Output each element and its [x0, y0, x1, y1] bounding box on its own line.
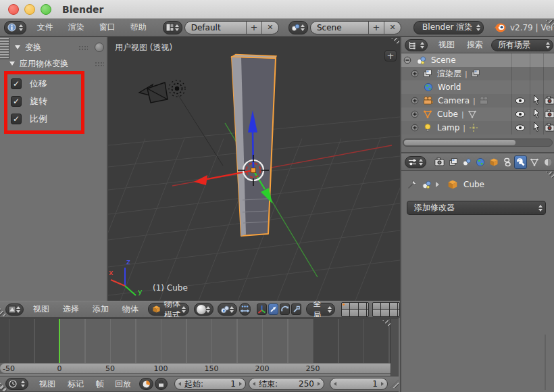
- menu-file[interactable]: 文件: [37, 22, 53, 33]
- info-editor-type-button[interactable]: [4, 21, 26, 34]
- outliner-label-lamp[interactable]: Lamp: [437, 123, 459, 132]
- open-properties-region-button[interactable]: +: [384, 50, 397, 62]
- outliner-label-scene[interactable]: Scene: [431, 55, 456, 65]
- screen-layout-value[interactable]: Default: [185, 22, 246, 34]
- decrement-arrow-icon[interactable]: [334, 382, 336, 386]
- properties-scrollbar[interactable]: [545, 335, 546, 390]
- selectable-cursor-icon[interactable]: [532, 95, 540, 105]
- layer-cell[interactable]: [359, 303, 366, 310]
- frame-end-field[interactable]: 结束: 250: [249, 378, 324, 390]
- layer-cell[interactable]: [381, 303, 388, 310]
- panel-transform-header[interactable]: 变换: [15, 41, 104, 53]
- tool-shelf-tabs-icon[interactable]: [0, 38, 9, 59]
- expand-plus-icon[interactable]: [411, 110, 419, 118]
- selectable-cursor-icon[interactable]: [532, 108, 540, 119]
- layer-cell[interactable]: [342, 310, 349, 316]
- outliner-row-world[interactable]: World: [401, 80, 554, 94]
- render-engine-dropdown[interactable]: Blender 渲染: [413, 21, 484, 34]
- layer-cell[interactable]: [373, 303, 380, 310]
- renderability-camera-icon[interactable]: [545, 96, 554, 105]
- layer-cell[interactable]: [373, 310, 380, 316]
- timeline-menu-frame[interactable]: 帧: [96, 378, 104, 390]
- menu-render[interactable]: 渲染: [68, 22, 84, 33]
- window-close-button[interactable]: [8, 4, 19, 15]
- screen-layout-icon-button[interactable]: [163, 21, 182, 34]
- layer-cell[interactable]: [359, 310, 366, 316]
- timeline-header-resize-grip[interactable]: [391, 380, 399, 388]
- outliner-row-scene[interactable]: Scene: [401, 53, 554, 67]
- view3d-menu-add[interactable]: 添加: [93, 303, 109, 315]
- tab-object-data[interactable]: [528, 155, 540, 169]
- window-maximize-button[interactable]: [41, 4, 51, 15]
- timeline-editor-type-button[interactable]: [5, 378, 28, 390]
- window-minimize-button[interactable]: [24, 4, 35, 15]
- breadcrumb-object-name[interactable]: Cube: [463, 180, 484, 189]
- outliner-menu-search[interactable]: 搜索: [467, 39, 483, 51]
- current-frame-field[interactable]: 1: [330, 378, 388, 390]
- scene-add-button[interactable]: +: [368, 22, 384, 34]
- viewport-3d[interactable]: 用户视图 (透视) (1) Cube x y z +: [108, 37, 400, 301]
- view3d-menu-select[interactable]: 选择: [63, 303, 79, 315]
- pin-icon[interactable]: [407, 179, 418, 190]
- viewport-shading-button[interactable]: [194, 303, 213, 316]
- outliner-filter-dropdown[interactable]: 所有场景: [491, 39, 553, 51]
- scene-icon-button[interactable]: [288, 21, 308, 34]
- outliner-label-camera[interactable]: Camera: [438, 96, 470, 105]
- tab-render-layers[interactable]: [447, 155, 459, 169]
- increment-arrow-icon[interactable]: [318, 382, 320, 386]
- manipulator-axes-button[interactable]: [257, 303, 267, 315]
- menu-window[interactable]: 窗口: [99, 22, 116, 33]
- renderability-camera-icon[interactable]: [545, 123, 554, 132]
- add-modifier-dropdown[interactable]: 添加修改器: [407, 201, 546, 215]
- timeline-menu-playback[interactable]: 回放: [115, 378, 131, 390]
- frame-start-field[interactable]: 起始: 1: [174, 378, 246, 390]
- timeline-menu-view[interactable]: 视图: [39, 378, 55, 390]
- tab-constraints[interactable]: [501, 155, 513, 169]
- layer-cell[interactable]: [390, 303, 397, 310]
- scene-delete-button[interactable]: ✕: [384, 22, 401, 34]
- translate-manipulator-button[interactable]: [268, 303, 278, 315]
- rotate-manipulator-button[interactable]: [280, 303, 290, 315]
- tab-render[interactable]: [433, 155, 446, 169]
- eye-icon[interactable]: [515, 110, 526, 118]
- panel-sphere-widget[interactable]: [95, 43, 104, 52]
- transform-orientation-dropdown[interactable]: 全局: [306, 303, 334, 316]
- mode-dropdown[interactable]: 物体模式: [148, 303, 189, 316]
- camera-object[interactable]: [139, 82, 168, 103]
- outliner-row-renderlayers[interactable]: 渲染层 |: [401, 67, 554, 80]
- manipulator-toggle-button[interactable]: [239, 303, 251, 316]
- outliner-label-cube[interactable]: Cube: [437, 109, 458, 119]
- view3d-menu-object[interactable]: 物体: [122, 303, 138, 315]
- outliner-label-renderlayers[interactable]: 渲染层: [437, 68, 461, 80]
- layer-cell[interactable]: [367, 303, 369, 310]
- tab-scene[interactable]: [460, 155, 473, 169]
- breadcrumb-cube-icon[interactable]: [447, 179, 458, 190]
- tab-material[interactable]: [541, 155, 554, 169]
- panel-apply-transform-header[interactable]: 应用物体变换: [9, 57, 105, 70]
- layer-grid-2[interactable]: [372, 302, 400, 317]
- timeline-menu-marker[interactable]: 标记: [68, 378, 84, 390]
- renderability-camera-icon[interactable]: [545, 109, 554, 118]
- menu-help[interactable]: 帮助: [130, 22, 147, 33]
- timeline-plot[interactable]: [0, 319, 391, 363]
- layer-cell[interactable]: [367, 310, 369, 316]
- outliner-menu-view[interactable]: 视图: [438, 39, 455, 51]
- layer-cell[interactable]: [390, 310, 397, 316]
- cube-object[interactable]: [232, 55, 276, 237]
- increment-arrow-icon[interactable]: [381, 382, 384, 386]
- panel-drag-dots-icon[interactable]: [78, 45, 88, 50]
- scale-manipulator-button[interactable]: [291, 303, 301, 315]
- layer-cell[interactable]: [381, 310, 388, 316]
- outliner-scrollbar-thumb[interactable]: [404, 140, 515, 145]
- expand-plus-icon[interactable]: [411, 70, 419, 78]
- breadcrumb-scene-icon[interactable]: [422, 180, 432, 190]
- timeline-ruler-scrollbar[interactable]: -50 0 50 100 150 200 250: [0, 363, 391, 373]
- layer-cell[interactable]: [342, 303, 349, 310]
- screen-layout-add-button[interactable]: +: [246, 22, 261, 34]
- outliner-editor-type-button[interactable]: [405, 39, 428, 51]
- layer-grid-1[interactable]: [341, 302, 369, 317]
- layer-cell[interactable]: [350, 303, 357, 310]
- timeline-right-scroll-track[interactable]: [391, 319, 399, 376]
- expand-plus-icon[interactable]: [411, 97, 419, 105]
- outliner-label-world[interactable]: World: [438, 82, 461, 92]
